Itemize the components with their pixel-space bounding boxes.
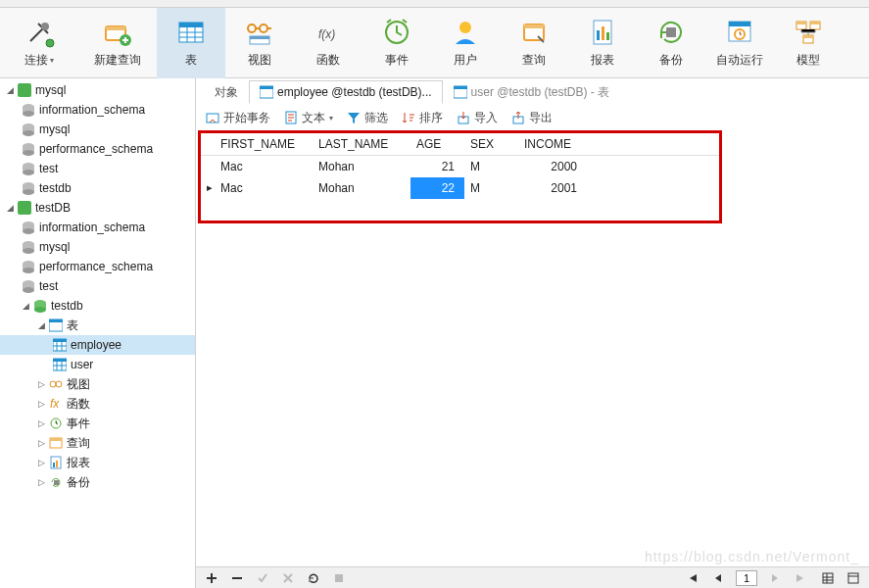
queries-folder[interactable]: ▷查询 bbox=[0, 433, 195, 453]
svg-rect-87 bbox=[823, 573, 833, 583]
filter-button[interactable]: 筛选 bbox=[347, 110, 388, 126]
backup-button[interactable]: 备份 bbox=[637, 8, 705, 78]
grid-mode-button[interactable] bbox=[820, 572, 836, 584]
fx-icon: fx bbox=[47, 397, 65, 411]
tx-icon bbox=[206, 111, 219, 124]
cell-sex[interactable]: M bbox=[464, 177, 518, 199]
cell-first-name[interactable]: Mac bbox=[215, 177, 313, 199]
prev-page-button[interactable] bbox=[710, 572, 726, 584]
tables-folder[interactable]: ◢ 表 bbox=[0, 316, 195, 335]
svg-point-69 bbox=[56, 381, 62, 387]
conn-mysql[interactable]: ◢ mysql bbox=[0, 80, 195, 100]
tab-employee[interactable]: employee @testdb (testDB)... bbox=[249, 80, 443, 104]
model-button[interactable]: 模型 bbox=[774, 8, 843, 78]
svg-rect-86 bbox=[335, 574, 343, 582]
cell-income[interactable]: 2001 bbox=[518, 177, 587, 199]
user-button[interactable]: 用户 bbox=[431, 8, 500, 78]
commit-button[interactable] bbox=[255, 572, 270, 584]
svg-point-61 bbox=[34, 307, 46, 313]
table-button[interactable]: 表 bbox=[157, 8, 225, 78]
col-first-name[interactable]: FIRST_NAME bbox=[215, 133, 313, 156]
row-handle-col bbox=[201, 133, 215, 156]
begin-transaction-button[interactable]: 开始事务 bbox=[206, 110, 270, 126]
db-test[interactable]: test bbox=[0, 159, 195, 178]
reports-folder[interactable]: ▷报表 bbox=[0, 453, 195, 472]
tree-label: user bbox=[71, 358, 93, 371]
col-age[interactable]: AGE bbox=[410, 133, 464, 156]
functions-folder[interactable]: ▷fx函数 bbox=[0, 394, 195, 414]
tab-object[interactable]: 对象 bbox=[204, 80, 249, 104]
page-number-input[interactable] bbox=[736, 570, 757, 586]
new-query-button[interactable]: 新建查询 bbox=[78, 8, 157, 78]
cell-income[interactable]: 2000 bbox=[518, 156, 587, 177]
tree-label: mysql bbox=[39, 240, 70, 254]
cancel-button[interactable] bbox=[280, 572, 296, 584]
report-button[interactable]: 报表 bbox=[568, 8, 637, 78]
table-employee[interactable]: employee bbox=[0, 335, 195, 355]
report-icon bbox=[587, 17, 618, 48]
view-icon bbox=[244, 17, 275, 48]
svg-rect-63 bbox=[49, 319, 63, 322]
svg-point-13 bbox=[459, 22, 471, 33]
function-button[interactable]: f(x) 函数 bbox=[294, 8, 362, 78]
data-grid[interactable]: FIRST_NAME LAST_NAME AGE SEX INCOME Mac … bbox=[201, 133, 719, 199]
first-page-button[interactable] bbox=[683, 572, 700, 584]
svg-point-49 bbox=[23, 228, 34, 234]
add-record-button[interactable] bbox=[204, 572, 219, 584]
db-performance-schema[interactable]: performance_schema bbox=[0, 139, 195, 159]
svg-rect-17 bbox=[597, 30, 600, 40]
svg-point-39 bbox=[23, 150, 34, 156]
table-icon bbox=[454, 85, 467, 99]
last-page-button[interactable] bbox=[793, 572, 810, 584]
db-information-schema-2[interactable]: information_schema bbox=[0, 218, 195, 237]
query-button[interactable]: 查询 bbox=[500, 8, 568, 78]
events-folder[interactable]: ▷事件 bbox=[0, 414, 195, 433]
next-page-button[interactable] bbox=[767, 572, 783, 584]
db-mysql-2[interactable]: mysql bbox=[0, 237, 195, 257]
cell-sex[interactable]: M bbox=[464, 156, 518, 177]
tab-user[interactable]: user @testdb (testDB) - 表 bbox=[443, 80, 621, 104]
delete-record-button[interactable] bbox=[229, 572, 245, 584]
collapse-arrow-icon: ◢ bbox=[4, 85, 16, 95]
col-sex[interactable]: SEX bbox=[464, 133, 518, 156]
col-last-name[interactable]: LAST_NAME bbox=[313, 133, 410, 156]
cell-first-name[interactable]: Mac bbox=[215, 156, 313, 177]
import-button[interactable]: 导入 bbox=[457, 110, 498, 126]
db-information-schema[interactable]: information_schema bbox=[0, 100, 195, 120]
db-testdb-low[interactable]: testdb bbox=[0, 178, 195, 198]
function-label: 函数 bbox=[316, 52, 340, 69]
export-button[interactable]: 导出 bbox=[511, 110, 553, 126]
text-button[interactable]: 文本▾ bbox=[284, 110, 333, 126]
table-row[interactable]: Mac Mohan 21 M 2000 bbox=[201, 156, 719, 177]
cell-age[interactable]: 21 bbox=[410, 156, 464, 177]
db-testdb-open[interactable]: ◢ testdb bbox=[0, 296, 195, 316]
sort-button[interactable]: 排序 bbox=[402, 110, 443, 126]
svg-rect-88 bbox=[848, 573, 858, 583]
col-income[interactable]: INCOME bbox=[518, 133, 587, 156]
refresh-button[interactable] bbox=[306, 572, 321, 584]
cell-last-name[interactable]: Mohan bbox=[313, 177, 410, 199]
cell-age-selected[interactable]: 22 bbox=[410, 177, 464, 199]
table-user[interactable]: user bbox=[0, 355, 195, 374]
db-test-2[interactable]: test bbox=[0, 276, 195, 296]
conn-testdb[interactable]: ◢ testDB bbox=[0, 198, 195, 218]
svg-rect-19 bbox=[606, 32, 609, 40]
stop-button[interactable] bbox=[331, 572, 347, 584]
autorun-button[interactable]: 自动运行 bbox=[705, 8, 774, 78]
connect-button[interactable]: 连接▾ bbox=[0, 8, 78, 78]
svg-point-52 bbox=[23, 248, 34, 254]
views-folder[interactable]: ▷视图 bbox=[0, 374, 195, 394]
cell-last-name[interactable]: Mohan bbox=[313, 156, 410, 177]
function-icon: f(x) bbox=[313, 17, 344, 48]
database-icon bbox=[20, 122, 37, 136]
db-performance-schema-2[interactable]: performance_schema bbox=[0, 257, 195, 276]
connection-tree[interactable]: ◢ mysql information_schema mysql perform… bbox=[0, 78, 196, 588]
view-button[interactable]: 视图 bbox=[225, 8, 294, 78]
svg-point-1 bbox=[46, 39, 54, 47]
db-mysql[interactable]: mysql bbox=[0, 120, 195, 139]
backup-folder[interactable]: ▷备份 bbox=[0, 472, 195, 492]
table-row[interactable]: ▸ Mac Mohan 22 M 2001 bbox=[201, 177, 719, 199]
event-button[interactable]: 事件 bbox=[362, 8, 431, 78]
text-icon bbox=[284, 111, 298, 124]
form-mode-button[interactable] bbox=[845, 572, 861, 584]
